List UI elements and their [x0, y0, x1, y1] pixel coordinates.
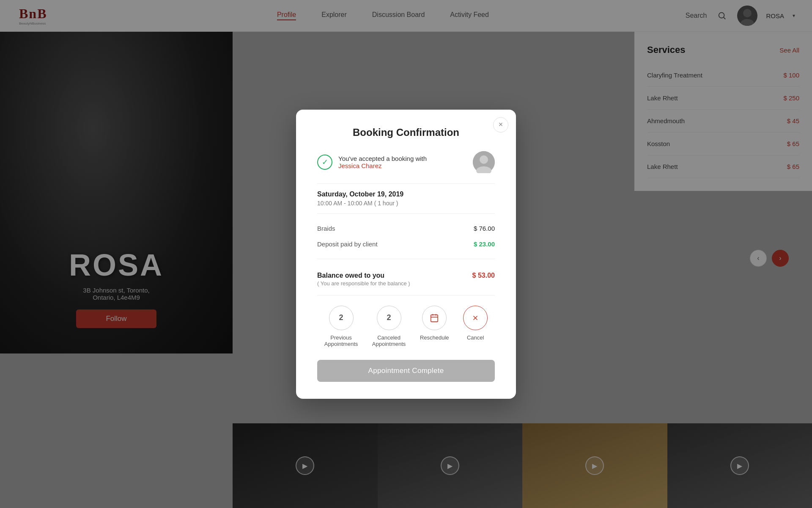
svg-rect-10: [431, 315, 438, 322]
balance-left: Balance owed to you ( You are responsibl…: [317, 272, 410, 287]
canceled-appointments-label: Canceled Appointments: [372, 334, 406, 347]
svg-point-8: [480, 155, 488, 164]
booking-accepted-left: ✓ You've accepted a booking with Jessica…: [317, 155, 427, 170]
modal-close-button[interactable]: ×: [493, 117, 508, 133]
divider: [317, 259, 495, 259]
modal-overlay: × Booking Confirmation ✓ You've accepted…: [0, 0, 812, 508]
deposit-pricing-row: Deposit paid by client $ 23.00: [317, 236, 495, 252]
divider: [317, 183, 495, 184]
balance-label: Balance owed to you: [317, 272, 410, 279]
service-pricing-row: Braids $ 76.00: [317, 221, 495, 236]
client-name: Jessica Charez: [338, 162, 427, 169]
booking-confirmation-modal: × Booking Confirmation ✓ You've accepted…: [296, 110, 516, 399]
appointment-complete-button[interactable]: Appointment Complete: [317, 360, 495, 382]
previous-appointments-action[interactable]: 2 Previous Appointments: [324, 306, 358, 347]
service-name-label: Braids: [317, 225, 335, 232]
cancel-action[interactable]: Cancel: [463, 306, 488, 347]
accepted-text: You've accepted a booking with: [338, 155, 427, 162]
reschedule-icon: [422, 306, 447, 330]
deposit-value: $ 23.00: [474, 240, 495, 248]
deposit-label: Deposit paid by client: [317, 240, 378, 248]
balance-row: Balance owed to you ( You are responsibl…: [317, 266, 495, 288]
previous-appointments-label: Previous Appointments: [324, 334, 358, 347]
canceled-appointments-badge: 2: [377, 306, 401, 330]
client-avatar: [473, 151, 495, 173]
reschedule-label: Reschedule: [420, 334, 449, 341]
service-price-value: $ 76.00: [474, 225, 495, 232]
previous-appointments-badge: 2: [329, 306, 354, 330]
divider: [317, 295, 495, 295]
cancel-label: Cancel: [467, 334, 484, 341]
appointment-date: Saturday, October 19, 2019: [317, 190, 495, 198]
modal-title: Booking Confirmation: [317, 127, 495, 138]
booking-accepted-row: ✓ You've accepted a booking with Jessica…: [317, 151, 495, 173]
accepted-text-block: You've accepted a booking with Jessica C…: [338, 155, 427, 169]
divider: [317, 213, 495, 214]
reschedule-action[interactable]: Reschedule: [420, 306, 449, 347]
appointment-time: 10:00 AM - 10:00 AM ( 1 hour ): [317, 200, 495, 207]
balance-note: ( You are responsible for the balance ): [317, 280, 410, 287]
canceled-appointments-action[interactable]: 2 Canceled Appointments: [372, 306, 406, 347]
actions-row: 2 Previous Appointments 2 Canceled Appoi…: [317, 306, 495, 347]
check-icon: ✓: [317, 155, 332, 170]
cancel-icon: [463, 306, 488, 330]
balance-value: $ 53.00: [472, 272, 495, 279]
